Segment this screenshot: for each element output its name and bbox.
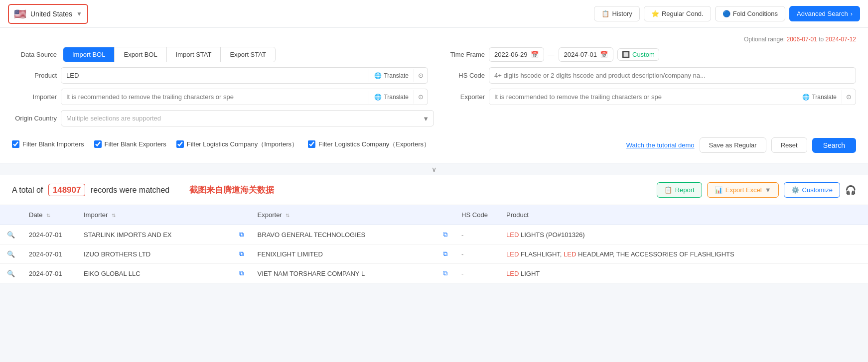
led-highlight-2a: LED	[506, 250, 519, 258]
product-1: LED LIGHTS (PO#101326)	[499, 225, 868, 244]
tab-export-bol[interactable]: Export BOL	[115, 47, 166, 62]
tab-import-bol[interactable]: Import BOL	[63, 47, 115, 62]
translate-icon-2: 🌐	[374, 94, 382, 101]
regular-cond-button[interactable]: ⭐ Regular Cond.	[644, 6, 711, 21]
country-selector[interactable]: 🇺🇸 United States ▼	[8, 4, 88, 24]
copy-importer-2[interactable]: ⧉	[232, 244, 251, 264]
results-count: 148907	[48, 184, 86, 196]
table-row: 🔍 2024-07-01 STARLINK IMPORTS AND EX ⧉ B…	[0, 225, 868, 244]
importer-input-wrap: 🌐 Translate ⊙	[61, 89, 428, 105]
chevron-right-icon: ›	[851, 10, 853, 17]
filter-blank-exporters-checkbox[interactable]	[94, 140, 102, 148]
save-regular-button[interactable]: Save as Regular	[700, 137, 766, 153]
export-excel-label: Export Excel	[725, 186, 762, 194]
export-icon: 📊	[715, 186, 723, 194]
customize-icon: ⚙️	[791, 186, 799, 194]
row-search-3[interactable]: 🔍	[0, 264, 22, 283]
regular-cond-label: Regular Cond.	[662, 10, 704, 17]
history-label: History	[612, 10, 632, 17]
copy-exporter-2[interactable]: ⧉	[436, 244, 454, 264]
filter-blank-exporters-label: Filter Blank Exporters	[105, 140, 166, 148]
col-date[interactable]: Date ⇅	[22, 205, 77, 225]
product-text-2b: HEADLAMP, THE ACCESSORIES OF FLASHLIGHTS	[578, 250, 734, 258]
importer-label: Importer	[12, 93, 57, 101]
history-icon: 📋	[601, 10, 609, 17]
filter-logistics-exporters-checkbox[interactable]	[308, 140, 315, 148]
translate-icon: 🌐	[374, 72, 382, 79]
history-button[interactable]: 📋 History	[594, 6, 639, 21]
search-button[interactable]: Search	[812, 138, 856, 153]
export-excel-button[interactable]: 📊 Export Excel ▼	[707, 182, 779, 198]
importer-sort-icon: ⇅	[112, 213, 116, 218]
advanced-search-button[interactable]: Advanced Search ›	[789, 6, 860, 21]
dropdown-arrow-icon: ▼	[765, 186, 771, 194]
customize-button[interactable]: ⚙️ Customize	[784, 182, 840, 198]
filter-logistics-importers[interactable]: Filter Logistics Company（Importers）	[176, 140, 298, 149]
headset-icon[interactable]: 🎧	[845, 185, 856, 196]
copy-product-button[interactable]: ⊙	[414, 69, 428, 82]
copy-exporter-3[interactable]: ⧉	[436, 264, 454, 283]
star-icon: ⭐	[651, 10, 659, 17]
customize-label: Customize	[802, 186, 833, 194]
advanced-search-label: Advanced Search	[797, 10, 848, 17]
row-search-1[interactable]: 🔍	[0, 225, 22, 244]
col-action	[0, 205, 22, 225]
translate-exporter-button[interactable]: 🌐 Translate	[797, 91, 842, 104]
us-flag: 🇺🇸	[14, 8, 26, 20]
copy-importer-button[interactable]: ⊙	[414, 90, 428, 104]
tab-import-stat[interactable]: Import STAT	[167, 47, 221, 62]
tab-export-stat[interactable]: Export STAT	[221, 47, 275, 62]
importer-1: STARLINK IMPORTS AND EX	[77, 225, 232, 244]
filter-blank-importers-checkbox[interactable]	[12, 140, 19, 148]
date-start-input[interactable]: 2022-06-29 📅	[489, 47, 544, 62]
results-actions: 📋 Report 📊 Export Excel ▼ ⚙️ Customize 🎧	[657, 182, 856, 198]
time-frame-label: Time Frame	[440, 51, 485, 58]
copy-exporter-1[interactable]: ⧉	[436, 225, 454, 244]
exporter-3: VIET NAM TORSHARE COMPANY L	[251, 264, 436, 283]
translate-importer-label: Translate	[384, 94, 409, 101]
product-label: Product	[12, 72, 57, 79]
fold-conditions-label: Fold Conditions	[733, 10, 778, 17]
date-start-value: 2022-06-29	[494, 51, 528, 58]
col-hs-code: HS Code	[454, 205, 499, 225]
data-source-tabs: Import BOL Export BOL Import STAT Export…	[63, 47, 276, 62]
reset-button[interactable]: Reset	[771, 137, 807, 153]
product-2: LED FLASHLIGHT, LED HEADLAMP, THE ACCESS…	[499, 244, 868, 264]
fold-conditions-button[interactable]: 🔵 Fold Conditions	[715, 6, 785, 21]
col-importer[interactable]: Importer ⇅	[77, 205, 232, 225]
exporter-input[interactable]	[489, 89, 797, 105]
filter-blank-importers[interactable]: Filter Blank Importers	[12, 140, 84, 148]
report-button[interactable]: 📋 Report	[657, 182, 702, 198]
date-end-input[interactable]: 2024-07-01 📅	[559, 47, 614, 62]
origin-country-select[interactable]: Multiple selections are supported	[61, 110, 434, 126]
filter-logistics-importers-checkbox[interactable]	[176, 140, 184, 148]
copy-importer-1[interactable]: ⧉	[232, 225, 251, 244]
copy-exporter-button[interactable]: ⊙	[842, 90, 856, 104]
row-search-2[interactable]: 🔍	[0, 244, 22, 264]
translate-importer-button[interactable]: 🌐 Translate	[369, 91, 414, 104]
filter-logistics-exporters[interactable]: Filter Logistics Company（Exporters）	[308, 140, 430, 149]
results-table: Date ⇅ Importer ⇅ Exporter ⇅ HS Code Pro…	[0, 205, 868, 283]
origin-country-label: Origin Country	[12, 115, 57, 122]
date-separator: —	[548, 51, 555, 58]
importer-input[interactable]	[61, 89, 369, 105]
filter-blank-exporters[interactable]: Filter Blank Exporters	[94, 140, 166, 148]
product-input[interactable]	[61, 68, 369, 83]
translate-product-button[interactable]: 🌐 Translate	[369, 69, 414, 82]
collapse-arrow-icon[interactable]: ∨	[432, 165, 436, 173]
exporter-2: FENIXLIGHT LIMITED	[251, 244, 436, 264]
watch-tutorial-link[interactable]: Watch the tutorial demo	[626, 141, 695, 149]
col-exporter[interactable]: Exporter ⇅	[251, 205, 436, 225]
product-input-wrap: 🌐 Translate ⊙	[61, 67, 428, 84]
exporter-sort-icon: ⇅	[286, 213, 289, 218]
top-bar: 🇺🇸 United States ▼ 📋 History ⭐ Regular C…	[0, 0, 868, 28]
col-product: Product	[499, 205, 868, 225]
range-to: to	[819, 36, 824, 43]
watermark-text: 截图来自腾道海关数据	[189, 184, 274, 196]
custom-label: Custom	[632, 51, 655, 58]
copy-importer-3[interactable]: ⧉	[232, 264, 251, 283]
led-highlight-1: LED	[506, 231, 519, 239]
hs-code-input[interactable]	[489, 67, 856, 84]
custom-button[interactable]: 🔲 Custom	[617, 48, 659, 61]
chevron-down-icon: ▼	[76, 10, 82, 17]
